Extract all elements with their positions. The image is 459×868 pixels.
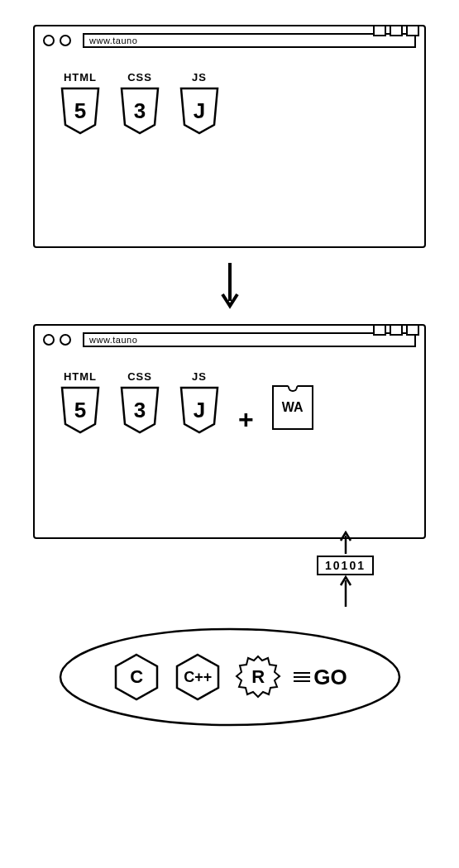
html-badge-text-2: 5 [74,398,86,423]
browser-content-before: HTML 5 CSS 3 JS J [35,55,424,203]
tech-js-2: JS J [179,370,220,434]
js-shield-icon: J [179,386,220,434]
nav-forward-icon [60,334,71,346]
nav-forward-icon [60,35,71,46]
compile-flow: 10101 [265,534,426,608]
css3-shield-icon: 3 [119,87,160,135]
binary-label: 10101 [317,556,374,575]
js-badge-text-2: J [194,398,205,423]
transition-arrow [33,261,426,314]
window-controls [373,25,419,36]
browser-window-after: www.tauno HTML 5 CSS 3 JS J + [33,324,426,539]
browser-content-after: HTML 5 CSS 3 JS J + WA [35,354,424,486]
css3-shield-icon: 3 [119,386,160,434]
tech-html-label-2: HTML [64,370,97,383]
arrow-down-icon [218,261,242,311]
address-bar: www.tauno [83,33,416,48]
window-max-icon [390,324,403,336]
tech-css-label: CSS [127,71,152,83]
plus-sign: + [238,404,254,435]
html5-shield-icon: 5 [60,87,101,135]
js-badge-text: J [194,98,205,124]
css-badge-text-2: 3 [134,398,146,423]
wa-notch-icon [288,385,298,392]
lang-rust: R [234,653,282,701]
nav-back-icon [43,35,55,46]
window-max-icon [390,25,403,36]
tech-html: HTML 5 [60,71,101,135]
source-languages-group: C C++ R GO [33,623,426,731]
browser-chrome-2: www.tauno [35,326,424,354]
wa-label: WA [282,400,304,415]
lang-rust-label: R [251,666,265,688]
window-close-icon [406,324,419,336]
tech-css-2: CSS 3 [119,370,160,434]
lang-c-label: C [130,666,143,688]
window-min-icon [373,25,386,36]
tech-js-label-2: JS [192,370,207,383]
lang-go: GO [294,665,347,690]
window-close-icon [406,25,419,36]
window-min-icon [373,324,386,336]
webassembly-box: WA [272,385,313,430]
lang-cpp: C++ [173,652,222,702]
url-text: www.tauno [89,36,137,45]
tech-js-label: JS [192,71,207,83]
html5-shield-icon: 5 [60,386,101,434]
browser-chrome: www.tauno [35,26,424,55]
browser-window-before: www.tauno HTML 5 CSS 3 JS J [33,25,426,248]
js-shield-icon: J [179,87,220,135]
tech-html-label: HTML [64,71,97,83]
arrow-up-into-wa-icon [337,531,354,556]
tech-css: CSS 3 [119,71,160,135]
go-speed-lines-icon [294,672,310,682]
css-badge-text: 3 [134,98,146,124]
tech-js: JS J [179,71,220,135]
tech-html-2: HTML 5 [60,370,101,434]
lang-go-label: GO [313,665,347,690]
arrow-up-from-langs-icon [337,575,354,608]
address-bar-2: www.tauno [83,332,416,347]
nav-back-icon [43,334,55,346]
url-text-2: www.tauno [89,335,137,345]
tech-css-label-2: CSS [127,370,152,383]
lang-cpp-label: C++ [184,669,212,686]
html-badge-text: 5 [74,98,86,124]
window-controls-2 [373,324,419,336]
lang-c: C [112,652,161,702]
